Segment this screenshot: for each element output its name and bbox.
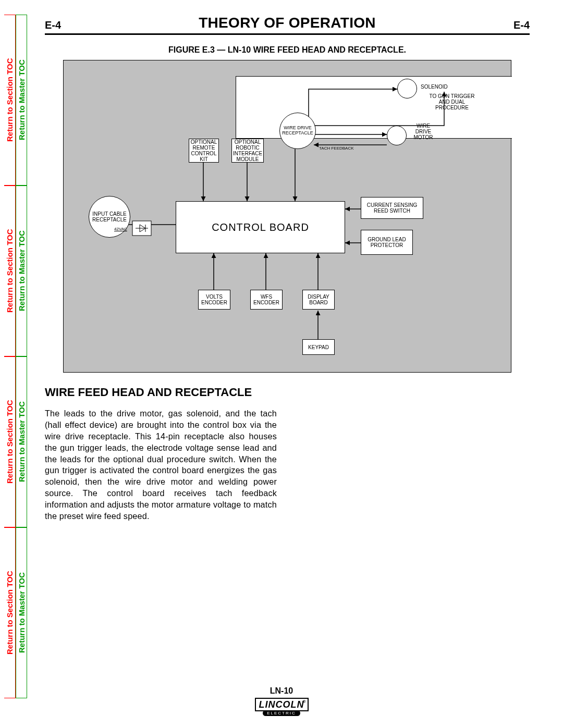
return-section-toc[interactable]: Return to Section TOC [4,356,16,527]
v42-label: 42VAC [114,227,127,232]
return-section-toc[interactable]: Return to Section TOC [4,15,16,186]
solenoid-label: SOLENOID [421,84,448,90]
wire-drive-receptacle-circle: WIRE DRIVE RECEPTACLE [279,113,316,149]
to-gun-label: TO GUN TRIGGER AND DUAL PROCEDURE [423,93,481,110]
page-content: E-4 THEORY OF OPERATION E-4 FIGURE E.3 —… [45,15,530,522]
optional-robotic-box: OPTIONAL ROBOTIC INTERFACE MODULE [231,139,264,163]
wire-drive-motor-circle [387,126,407,145]
section-heading: WIRE FEED HEAD AND RECEPTACLE [45,386,530,399]
tach-feedback-label: TACH FEEDBACK [319,146,354,151]
return-master-toc[interactable]: Return to Master TOC [16,356,27,527]
volts-encoder-box: VOLTS ENCODER [198,290,230,310]
page-footer: LN-10 LINCOLN ® ELECTRIC [0,686,563,717]
wfs-encoder-box: WFS ENCODER [250,290,283,310]
lincoln-logo: LINCOLN ® ELECTRIC [255,698,309,716]
wiring-diagram: CONTROL BOARD OPTIONAL REMOTE CONTROL KI… [63,60,511,373]
keypad-box: KEYPAD [302,339,335,355]
footer-model: LN-10 [0,686,563,696]
return-master-toc[interactable]: Return to Master TOC [16,186,27,356]
logo-brand-top: LINCOLN [259,699,304,710]
wire-drive-motor-label: WIRE DRIVE MOTOR [410,123,436,140]
page-title: THEORY OF OPERATION [199,15,376,31]
optional-remote-box: OPTIONAL REMOTE CONTROL KIT [189,139,219,163]
current-sensing-box: CURRENT SENSING REED SWITCH [361,197,423,219]
return-section-toc[interactable]: Return to Section TOC [4,527,16,698]
page-header: E-4 THEORY OF OPERATION E-4 [45,15,530,35]
return-section-toc[interactable]: Return to Section TOC [4,186,16,356]
side-nav: Return to Section TOC Return to Section … [4,15,27,698]
control-board-box: CONTROL BOARD [176,201,345,253]
section-body: The leads to the drive motor, gas soleno… [45,408,277,522]
return-master-toc[interactable]: Return to Master TOC [16,15,27,186]
return-master-toc[interactable]: Return to Master TOC [16,527,27,698]
ground-lead-box: GROUND LEAD PROTECTOR [361,230,413,255]
figure-caption: FIGURE E.3 — LN-10 WIRE FEED HEAD AND RE… [45,45,530,55]
display-board-box: DISPLAY BOARD [302,290,335,310]
page-code-right: E-4 [513,19,530,31]
page-code-left: E-4 [45,19,61,31]
registered-icon: ® [303,699,307,704]
solenoid-circle [397,79,417,98]
